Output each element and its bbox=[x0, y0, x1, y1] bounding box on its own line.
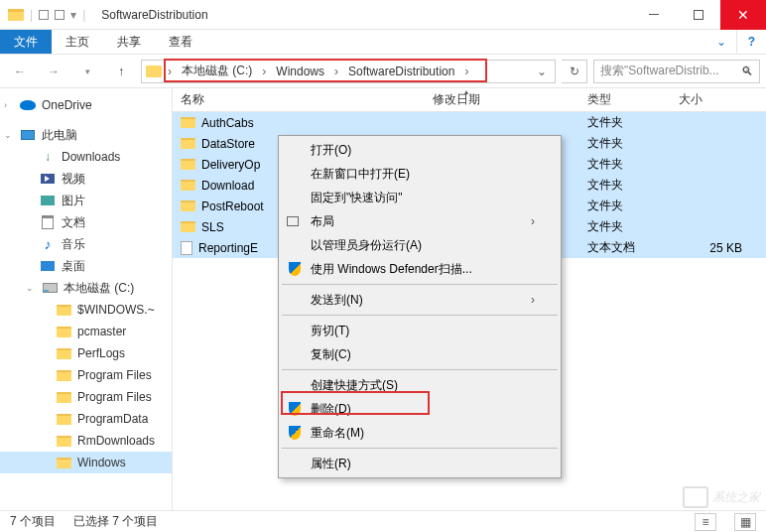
tab-share[interactable]: 共享 bbox=[103, 30, 155, 54]
nav-this-pc[interactable]: ⌄此电脑 bbox=[0, 124, 172, 146]
file-type: 文本文档 bbox=[587, 239, 635, 256]
nav-desktop[interactable]: 桌面 bbox=[0, 255, 172, 277]
navigation-pane: ›OneDrive ⌄此电脑 ↓Downloads 视频 图片 文档 ♪音乐 桌… bbox=[0, 88, 173, 510]
icons-view-button[interactable]: ▦ bbox=[734, 513, 756, 531]
qat-item-2[interactable] bbox=[55, 10, 64, 20]
status-count: 7 个项目 bbox=[10, 513, 56, 530]
nav-folder[interactable]: ProgramData bbox=[0, 408, 172, 430]
nav-label: 视频 bbox=[62, 171, 85, 188]
nav-downloads[interactable]: ↓Downloads bbox=[0, 146, 172, 168]
ctx-layout[interactable]: 布局› bbox=[281, 209, 559, 233]
ctx-defender-scan[interactable]: 使用 Windows Defender扫描... bbox=[281, 257, 559, 281]
shield-icon bbox=[287, 425, 303, 441]
nav-onedrive[interactable]: ›OneDrive bbox=[0, 94, 172, 116]
nav-folder[interactable]: Program Files bbox=[0, 386, 172, 408]
file-type: 文件夹 bbox=[587, 218, 623, 235]
nav-label: 图片 bbox=[62, 193, 85, 209]
shield-icon bbox=[287, 401, 303, 417]
layout-icon bbox=[287, 216, 299, 226]
separator bbox=[282, 448, 558, 449]
nav-label: 桌面 bbox=[62, 258, 85, 275]
nav-label: Program Files bbox=[77, 390, 152, 404]
chevron-right-icon[interactable]: › bbox=[166, 65, 174, 78]
nav-folder[interactable]: pcmaster bbox=[0, 321, 172, 342]
file-name: PostReboot bbox=[201, 200, 264, 213]
file-row[interactable]: AuthCabs文件夹 bbox=[173, 112, 766, 133]
file-tab[interactable]: 文件 bbox=[0, 30, 52, 54]
breadcrumb-segment[interactable]: Windows bbox=[272, 65, 328, 78]
history-dropdown[interactable]: ▾ bbox=[73, 60, 101, 83]
nav-label: pcmaster bbox=[77, 325, 126, 338]
nav-label: OneDrive bbox=[42, 98, 92, 112]
chevron-right-icon[interactable]: › bbox=[260, 65, 268, 78]
nav-folder[interactable]: Program Files bbox=[0, 364, 172, 386]
nav-documents[interactable]: 文档 bbox=[0, 211, 172, 233]
chevron-right-icon[interactable]: › bbox=[332, 65, 340, 78]
ctx-rename[interactable]: 重命名(M) bbox=[281, 421, 559, 445]
file-name: ReportingE bbox=[198, 241, 258, 255]
ctx-open-new-window[interactable]: 在新窗口中打开(E) bbox=[281, 162, 559, 186]
window-controls: ✕ bbox=[631, 0, 766, 30]
breadcrumb-segment[interactable]: SoftwareDistribution bbox=[344, 65, 458, 78]
window-title: SoftwareDistribution bbox=[93, 8, 207, 22]
column-modified[interactable]: 修改日期 bbox=[425, 91, 579, 108]
app-icon[interactable] bbox=[8, 9, 24, 21]
help-button[interactable]: ? bbox=[736, 30, 766, 54]
ctx-create-shortcut[interactable]: 创建快捷方式(S) bbox=[281, 373, 559, 397]
column-size[interactable]: 大小 bbox=[671, 91, 750, 108]
ctx-copy[interactable]: 复制(C) bbox=[281, 342, 559, 366]
nav-label: Downloads bbox=[62, 150, 120, 164]
nav-folder[interactable]: $WINDOWS.~ bbox=[0, 299, 172, 321]
nav-label: Windows bbox=[77, 456, 126, 469]
column-name[interactable]: 名称 bbox=[173, 91, 425, 108]
nav-label: 音乐 bbox=[62, 236, 85, 253]
minimize-button[interactable] bbox=[631, 0, 676, 30]
nav-music[interactable]: ♪音乐 bbox=[0, 233, 172, 255]
chevron-right-icon[interactable]: › bbox=[462, 65, 470, 78]
ctx-cut[interactable]: 剪切(T) bbox=[281, 319, 559, 342]
sort-indicator-icon: ▴ bbox=[464, 87, 468, 96]
close-button[interactable]: ✕ bbox=[720, 0, 766, 30]
nav-pictures[interactable]: 图片 bbox=[0, 190, 172, 211]
nav-folder[interactable]: PerfLogs bbox=[0, 342, 172, 364]
nav-folder[interactable]: Windows bbox=[0, 452, 172, 473]
nav-local-disk[interactable]: ⌄本地磁盘 (C:) bbox=[0, 277, 172, 299]
ctx-properties[interactable]: 属性(R) bbox=[281, 452, 559, 475]
tab-home[interactable]: 主页 bbox=[52, 30, 103, 54]
nav-label: $WINDOWS.~ bbox=[77, 303, 155, 317]
address-bar-row: ← → ▾ ↑ › 本地磁盘 (C:) › Windows › Software… bbox=[0, 55, 766, 88]
search-placeholder: 搜索"SoftwareDistrib... bbox=[600, 63, 719, 79]
file-name: DeliveryOp bbox=[201, 158, 260, 172]
file-name: AuthCabs bbox=[201, 116, 254, 130]
refresh-button[interactable]: ↻ bbox=[562, 60, 587, 83]
file-type: 文件夹 bbox=[587, 135, 623, 152]
column-type[interactable]: 类型 bbox=[579, 91, 671, 108]
address-dropdown-icon[interactable]: ⌄ bbox=[533, 65, 551, 78]
column-headers: 名称 ▴ 修改日期 类型 大小 bbox=[173, 88, 766, 112]
nav-label: ProgramData bbox=[77, 412, 148, 426]
address-bar[interactable]: › 本地磁盘 (C:) › Windows › SoftwareDistribu… bbox=[141, 60, 556, 83]
ribbon-expand-icon[interactable]: ⌄ bbox=[706, 30, 736, 54]
ctx-send-to[interactable]: 发送到(N)› bbox=[281, 288, 559, 312]
ctx-run-as-admin[interactable]: 以管理员身份运行(A) bbox=[281, 233, 559, 257]
nav-folder[interactable]: RmDownloads bbox=[0, 430, 172, 452]
qat-item-1[interactable] bbox=[39, 10, 49, 20]
tab-view[interactable]: 查看 bbox=[155, 30, 206, 54]
ctx-pin-quick-access[interactable]: 固定到"快速访问" bbox=[281, 186, 559, 209]
separator bbox=[282, 284, 558, 285]
file-name: SLS bbox=[201, 220, 224, 234]
ctx-delete[interactable]: 删除(D) bbox=[281, 397, 559, 421]
search-box[interactable]: 搜索"SoftwareDistrib... 🔍︎ bbox=[593, 60, 760, 83]
maximize-button[interactable] bbox=[676, 0, 720, 30]
breadcrumb-segment[interactable]: 本地磁盘 (C:) bbox=[178, 63, 256, 79]
nav-videos[interactable]: 视频 bbox=[0, 168, 172, 190]
ctx-open[interactable]: 打开(O) bbox=[281, 138, 559, 162]
qat-dropdown-icon[interactable]: ▾ bbox=[70, 8, 76, 22]
file-name: Download bbox=[201, 179, 254, 193]
nav-label: RmDownloads bbox=[77, 434, 155, 448]
watermark: 系统之家 bbox=[683, 486, 760, 508]
up-button[interactable]: ↑ bbox=[107, 60, 135, 83]
forward-button[interactable]: → bbox=[40, 60, 67, 83]
back-button[interactable]: ← bbox=[6, 60, 34, 83]
details-view-button[interactable]: ≡ bbox=[695, 513, 716, 531]
